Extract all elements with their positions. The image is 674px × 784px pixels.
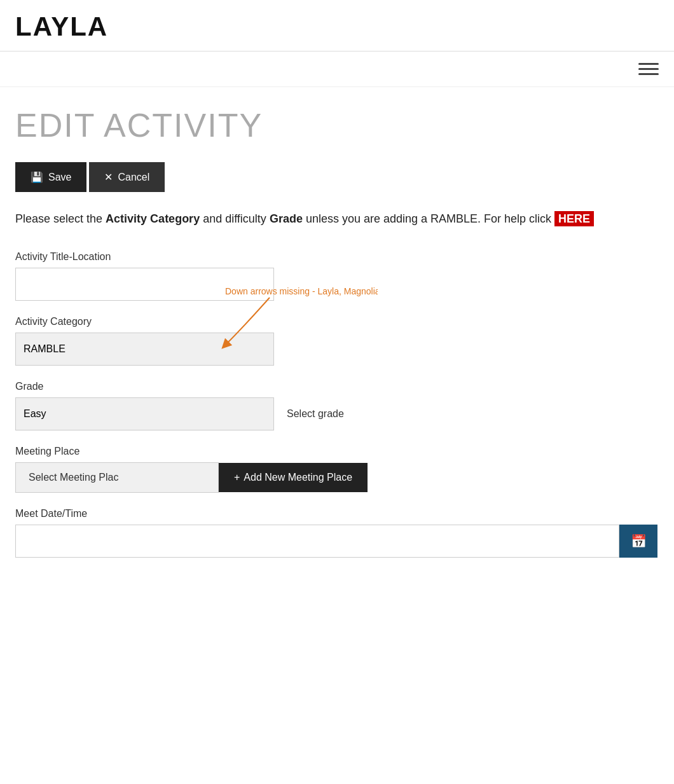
meeting-place-row: Select Meeting Plac + Add New Meeting Pl… [15, 462, 659, 493]
annotation-area: RAMBLE Down arrows missing - Layla, Magn… [15, 333, 659, 366]
meet-date-wrapper: 📅 [15, 525, 657, 558]
help-text: Please select the Activity Category and … [15, 210, 659, 228]
hamburger-line-1 [638, 63, 659, 65]
main-content: EDIT ACTIVITY 💾 Save ✕ Cancel Please sel… [0, 87, 674, 598]
activity-category-label: Activity Category [15, 316, 659, 327]
meet-datetime-input[interactable] [15, 525, 619, 558]
help-bold-category: Activity Category [106, 212, 200, 225]
help-text-after: unless you are adding a RAMBLE. For help… [303, 212, 554, 225]
activity-category-group: Activity Category RAMBLE Down arrows mis… [15, 316, 659, 366]
navbar [0, 52, 674, 87]
select-grade-label: Select grade [287, 408, 344, 420]
grade-group: Grade Easy Moderate Hard Select grade [15, 381, 659, 430]
cancel-label: Cancel [118, 172, 149, 183]
activity-category-select[interactable]: RAMBLE [15, 333, 274, 366]
page-title: EDIT ACTIVITY [15, 106, 659, 144]
calendar-icon: 📅 [631, 533, 647, 549]
hamburger-menu-button[interactable] [638, 63, 659, 75]
hamburger-line-3 [638, 73, 659, 75]
save-icon: 💾 [31, 171, 43, 183]
grade-select-wrapper: Easy Moderate Hard [15, 397, 274, 430]
cancel-button[interactable]: ✕ Cancel [89, 162, 165, 192]
meeting-place-label: Meeting Place [15, 446, 659, 457]
grade-select[interactable]: Easy Moderate Hard [15, 397, 274, 430]
select-meeting-place-button[interactable]: Select Meeting Plac [15, 462, 219, 493]
header: LAYLA [0, 0, 674, 52]
help-bold-grade: Grade [270, 212, 303, 225]
logo: LAYLA [15, 11, 659, 42]
activity-title-input[interactable] [15, 268, 274, 301]
add-meeting-label: Add New Meeting Place [244, 472, 352, 483]
save-label: Save [48, 172, 71, 183]
hamburger-line-2 [638, 68, 659, 70]
activity-category-select-wrapper: RAMBLE [15, 333, 274, 366]
toolbar: 💾 Save ✕ Cancel [15, 162, 659, 192]
help-text-before: Please select the [15, 212, 106, 225]
activity-title-group: Activity Title-Location [15, 251, 659, 301]
grade-label: Grade [15, 381, 659, 392]
help-here-link[interactable]: HERE [554, 211, 594, 226]
meeting-place-group: Meeting Place Select Meeting Plac + Add … [15, 446, 659, 493]
calendar-button[interactable]: 📅 [619, 525, 657, 558]
grade-row: Easy Moderate Hard Select grade [15, 397, 659, 430]
plus-icon: + [234, 472, 240, 483]
cancel-icon: ✕ [104, 171, 113, 183]
help-text-middle: and difficulty [200, 212, 270, 225]
activity-title-label: Activity Title-Location [15, 251, 659, 263]
meet-datetime-label: Meet Date/Time [15, 508, 659, 519]
save-button[interactable]: 💾 Save [15, 162, 86, 192]
add-meeting-place-button[interactable]: + Add New Meeting Place [219, 463, 368, 492]
meet-datetime-group: Meet Date/Time 📅 [15, 508, 659, 558]
